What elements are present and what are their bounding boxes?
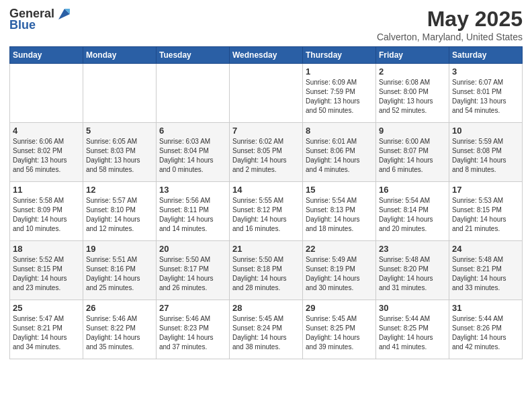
weekday-header-row: SundayMondayTuesdayWednesdayThursdayFrid… [10, 47, 523, 64]
logo-blue-text: Blue [9, 18, 36, 32]
day-info: Sunrise: 5:51 AMSunset: 8:16 PMDaylight:… [86, 255, 153, 293]
calendar-cell: 9Sunrise: 6:00 AMSunset: 8:07 PMDaylight… [376, 123, 449, 182]
day-number: 14 [232, 185, 300, 195]
day-info: Sunrise: 5:44 AMSunset: 8:25 PMDaylight:… [379, 314, 446, 352]
calendar-cell: 29Sunrise: 5:45 AMSunset: 8:25 PMDayligh… [303, 300, 376, 359]
day-info: Sunrise: 6:07 AMSunset: 8:01 PMDaylight:… [452, 78, 519, 116]
calendar-cell: 13Sunrise: 5:56 AMSunset: 8:11 PMDayligh… [157, 182, 230, 241]
calendar-cell: 26Sunrise: 5:46 AMSunset: 8:22 PMDayligh… [83, 300, 157, 359]
day-info: Sunrise: 5:54 AMSunset: 8:13 PMDaylight:… [306, 196, 373, 234]
page: General Blue May 2025 Calverton, Marylan… [0, 0, 532, 411]
day-info: Sunrise: 5:50 AMSunset: 8:17 PMDaylight:… [159, 255, 226, 293]
day-info: Sunrise: 6:05 AMSunset: 8:03 PMDaylight:… [86, 137, 153, 175]
day-number: 20 [159, 244, 226, 254]
day-info: Sunrise: 5:46 AMSunset: 8:22 PMDaylight:… [86, 314, 153, 352]
day-info: Sunrise: 6:06 AMSunset: 8:02 PMDaylight:… [13, 137, 80, 175]
calendar-cell: 1Sunrise: 6:09 AMSunset: 7:59 PMDaylight… [303, 64, 376, 123]
day-info: Sunrise: 5:45 AMSunset: 8:25 PMDaylight:… [306, 314, 373, 352]
day-info: Sunrise: 5:59 AMSunset: 8:08 PMDaylight:… [452, 137, 519, 175]
day-number: 23 [379, 244, 446, 254]
day-number: 19 [86, 244, 153, 254]
day-info: Sunrise: 5:45 AMSunset: 8:24 PMDaylight:… [232, 314, 300, 352]
day-number: 6 [159, 126, 226, 136]
calendar-cell: 10Sunrise: 5:59 AMSunset: 8:08 PMDayligh… [449, 123, 523, 182]
calendar-cell: 6Sunrise: 6:03 AMSunset: 8:04 PMDaylight… [157, 123, 230, 182]
weekday-header-friday: Friday [376, 47, 449, 64]
day-number: 28 [232, 303, 300, 313]
weekday-header-wednesday: Wednesday [230, 47, 303, 64]
weekday-header-monday: Monday [83, 47, 157, 64]
calendar-cell: 18Sunrise: 5:52 AMSunset: 8:15 PMDayligh… [10, 241, 83, 300]
logo-icon [55, 7, 70, 21]
day-info: Sunrise: 6:02 AMSunset: 8:05 PMDaylight:… [232, 137, 300, 175]
day-info: Sunrise: 5:46 AMSunset: 8:23 PMDaylight:… [159, 314, 226, 352]
calendar-cell: 23Sunrise: 5:48 AMSunset: 8:20 PMDayligh… [376, 241, 449, 300]
day-number: 30 [379, 303, 446, 313]
calendar-cell: 8Sunrise: 6:01 AMSunset: 8:06 PMDaylight… [303, 123, 376, 182]
day-number: 18 [13, 244, 80, 254]
calendar-cell: 15Sunrise: 5:54 AMSunset: 8:13 PMDayligh… [303, 182, 376, 241]
calendar-table: SundayMondayTuesdayWednesdayThursdayFrid… [9, 46, 523, 359]
day-number: 31 [452, 303, 519, 313]
main-title: May 2025 [377, 7, 523, 32]
calendar-cell: 28Sunrise: 5:45 AMSunset: 8:24 PMDayligh… [230, 300, 303, 359]
day-number: 5 [86, 126, 153, 136]
calendar-week-row: 25Sunrise: 5:47 AMSunset: 8:21 PMDayligh… [10, 300, 523, 359]
day-number: 1 [306, 66, 373, 77]
calendar-cell: 7Sunrise: 6:02 AMSunset: 8:05 PMDaylight… [230, 123, 303, 182]
day-number: 15 [306, 185, 373, 195]
day-info: Sunrise: 6:01 AMSunset: 8:06 PMDaylight:… [306, 137, 373, 175]
day-number: 12 [86, 185, 153, 195]
day-info: Sunrise: 5:49 AMSunset: 8:19 PMDaylight:… [306, 255, 373, 293]
day-number: 4 [13, 126, 80, 136]
calendar-cell: 25Sunrise: 5:47 AMSunset: 8:21 PMDayligh… [10, 300, 83, 359]
day-info: Sunrise: 6:08 AMSunset: 8:00 PMDaylight:… [379, 78, 446, 116]
day-info: Sunrise: 6:00 AMSunset: 8:07 PMDaylight:… [379, 137, 446, 175]
calendar-cell: 4Sunrise: 6:06 AMSunset: 8:02 PMDaylight… [10, 123, 83, 182]
subtitle: Calverton, Maryland, United States [377, 32, 523, 42]
calendar-week-row: 11Sunrise: 5:58 AMSunset: 8:09 PMDayligh… [10, 182, 523, 241]
calendar-cell: 11Sunrise: 5:58 AMSunset: 8:09 PMDayligh… [10, 182, 83, 241]
calendar-week-row: 4Sunrise: 6:06 AMSunset: 8:02 PMDaylight… [10, 123, 523, 182]
day-info: Sunrise: 5:54 AMSunset: 8:14 PMDaylight:… [379, 196, 446, 234]
calendar-cell: 27Sunrise: 5:46 AMSunset: 8:23 PMDayligh… [157, 300, 230, 359]
calendar-cell: 24Sunrise: 5:48 AMSunset: 8:21 PMDayligh… [449, 241, 523, 300]
day-info: Sunrise: 5:44 AMSunset: 8:26 PMDaylight:… [452, 314, 519, 352]
calendar-cell [83, 64, 157, 123]
calendar-week-row: 1Sunrise: 6:09 AMSunset: 7:59 PMDaylight… [10, 64, 523, 123]
day-number: 27 [159, 303, 226, 313]
calendar-cell: 12Sunrise: 5:57 AMSunset: 8:10 PMDayligh… [83, 182, 157, 241]
day-info: Sunrise: 5:57 AMSunset: 8:10 PMDaylight:… [86, 196, 153, 234]
title-area: May 2025 Calverton, Maryland, United Sta… [377, 7, 523, 42]
calendar-cell [10, 64, 83, 123]
day-number: 22 [306, 244, 373, 254]
day-info: Sunrise: 5:50 AMSunset: 8:18 PMDaylight:… [232, 255, 300, 293]
calendar-cell: 14Sunrise: 5:55 AMSunset: 8:12 PMDayligh… [230, 182, 303, 241]
day-info: Sunrise: 5:53 AMSunset: 8:15 PMDaylight:… [452, 196, 519, 234]
calendar-cell [230, 64, 303, 123]
day-info: Sunrise: 5:47 AMSunset: 8:21 PMDaylight:… [13, 314, 80, 352]
day-number: 21 [232, 244, 300, 254]
header: General Blue May 2025 Calverton, Marylan… [9, 7, 523, 42]
calendar-cell [157, 64, 230, 123]
weekday-header-tuesday: Tuesday [157, 47, 230, 64]
day-info: Sunrise: 5:48 AMSunset: 8:21 PMDaylight:… [452, 255, 519, 293]
day-number: 16 [379, 185, 446, 195]
day-info: Sunrise: 5:55 AMSunset: 8:12 PMDaylight:… [232, 196, 300, 234]
day-number: 8 [306, 126, 373, 136]
day-info: Sunrise: 6:09 AMSunset: 7:59 PMDaylight:… [306, 78, 373, 116]
day-number: 17 [452, 185, 519, 195]
calendar-cell: 16Sunrise: 5:54 AMSunset: 8:14 PMDayligh… [376, 182, 449, 241]
day-number: 10 [452, 126, 519, 136]
day-number: 11 [13, 185, 80, 195]
day-number: 29 [306, 303, 373, 313]
day-info: Sunrise: 5:58 AMSunset: 8:09 PMDaylight:… [13, 196, 80, 234]
logo: General Blue [9, 7, 70, 32]
weekday-header-thursday: Thursday [303, 47, 376, 64]
calendar-cell: 30Sunrise: 5:44 AMSunset: 8:25 PMDayligh… [376, 300, 449, 359]
weekday-header-saturday: Saturday [449, 47, 523, 64]
day-number: 2 [379, 66, 446, 77]
day-number: 13 [159, 185, 226, 195]
day-number: 7 [232, 126, 300, 136]
weekday-header-sunday: Sunday [10, 47, 83, 64]
